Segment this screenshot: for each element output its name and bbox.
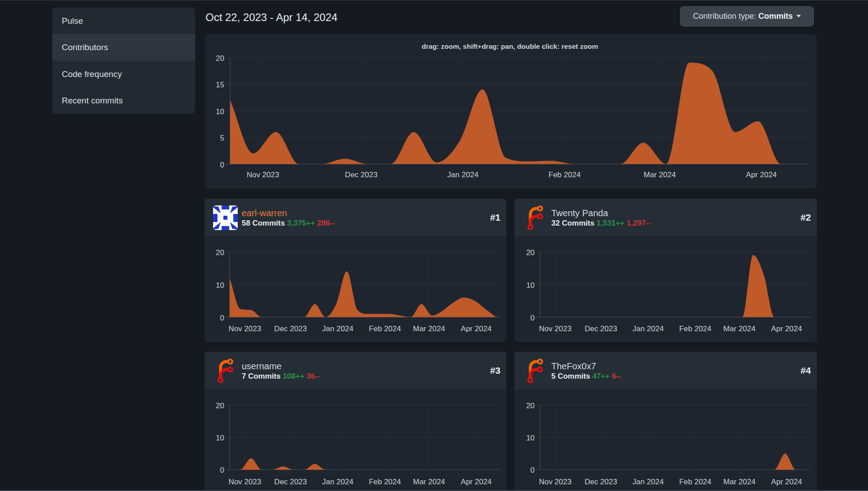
- svg-text:Dec 2023: Dec 2023: [274, 478, 307, 486]
- svg-text:Nov 2023: Nov 2023: [229, 478, 261, 486]
- svg-text:0: 0: [530, 314, 534, 322]
- svg-text:Dec 2023: Dec 2023: [274, 324, 307, 333]
- svg-text:Apr 2024: Apr 2024: [461, 478, 492, 486]
- svg-text:Jan 2024: Jan 2024: [322, 324, 353, 333]
- svg-text:Dec 2023: Dec 2023: [345, 171, 378, 179]
- svg-text:0: 0: [220, 314, 224, 322]
- svg-text:20: 20: [216, 248, 224, 257]
- svg-text:Dec 2023: Dec 2023: [584, 324, 617, 333]
- svg-text:Feb 2024: Feb 2024: [679, 478, 711, 486]
- svg-text:Feb 2024: Feb 2024: [369, 478, 401, 486]
- svg-text:10: 10: [526, 434, 534, 442]
- svg-text:10: 10: [526, 281, 534, 290]
- svg-text:Feb 2024: Feb 2024: [679, 324, 711, 333]
- svg-text:0: 0: [530, 466, 534, 474]
- svg-text:Jan 2024: Jan 2024: [632, 324, 663, 333]
- svg-text:Jan 2024: Jan 2024: [632, 478, 663, 486]
- svg-text:Mar 2024: Mar 2024: [723, 324, 755, 333]
- svg-text:Nov 2023: Nov 2023: [247, 171, 279, 179]
- svg-text:5: 5: [220, 134, 224, 142]
- svg-text:15: 15: [216, 81, 224, 89]
- svg-text:0: 0: [220, 466, 224, 474]
- svg-text:Jan 2024: Jan 2024: [322, 478, 353, 486]
- svg-text:Apr 2024: Apr 2024: [746, 171, 777, 179]
- svg-text:Feb 2024: Feb 2024: [548, 171, 581, 179]
- svg-text:Apr 2024: Apr 2024: [771, 478, 802, 486]
- svg-text:Nov 2023: Nov 2023: [229, 324, 261, 333]
- svg-text:Apr 2024: Apr 2024: [461, 324, 492, 333]
- svg-text:Dec 2023: Dec 2023: [584, 478, 617, 486]
- svg-text:20: 20: [216, 401, 224, 410]
- svg-text:Mar 2024: Mar 2024: [413, 324, 445, 333]
- svg-text:Nov 2023: Nov 2023: [539, 478, 571, 486]
- svg-text:Jan 2024: Jan 2024: [447, 171, 479, 179]
- svg-text:Apr 2024: Apr 2024: [771, 324, 802, 333]
- svg-text:drag: zoom, shift+drag: pan, d: drag: zoom, shift+drag: pan, double clic…: [422, 43, 598, 50]
- svg-text:Mar 2024: Mar 2024: [644, 171, 676, 179]
- svg-text:0: 0: [220, 161, 224, 169]
- svg-text:20: 20: [526, 401, 534, 410]
- svg-text:Mar 2024: Mar 2024: [723, 478, 755, 486]
- svg-text:20: 20: [526, 248, 534, 257]
- svg-text:Mar 2024: Mar 2024: [413, 478, 445, 486]
- svg-text:10: 10: [216, 107, 224, 116]
- svg-text:10: 10: [216, 281, 224, 290]
- svg-text:Feb 2024: Feb 2024: [369, 324, 401, 333]
- svg-text:20: 20: [216, 54, 224, 63]
- svg-text:Nov 2023: Nov 2023: [539, 324, 571, 333]
- svg-text:10: 10: [216, 434, 224, 442]
